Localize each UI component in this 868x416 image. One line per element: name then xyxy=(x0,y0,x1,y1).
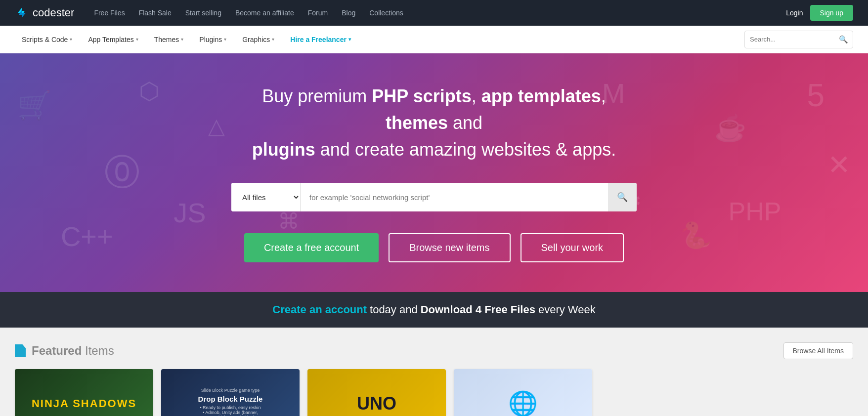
nav-forum[interactable]: Forum xyxy=(308,9,328,17)
items-grid: NINJA SHADOWS Slide Block Puzzle game ty… xyxy=(15,369,853,416)
featured-bold: Featured xyxy=(32,344,82,357)
bg-icon-html5: 5 xyxy=(807,77,825,114)
puzzle-ad: • Admob, Unity ads (banner, xyxy=(203,410,258,415)
featured-label: Featured Items xyxy=(32,344,114,358)
nav-themes[interactable]: Themes ▾ xyxy=(147,26,191,53)
hero-action-buttons: Create a free account Browse new items S… xyxy=(244,233,624,262)
featured-section: Featured Items Browse All Items NINJA SH… xyxy=(0,328,868,416)
plugins-chevron: ▾ xyxy=(224,37,226,42)
nav-flash-sale[interactable]: Flash Sale xyxy=(139,9,172,17)
bg-icon-php: PHP xyxy=(728,197,781,226)
bg-icon-unity: △ xyxy=(208,113,225,138)
browse-items-button[interactable]: Browse new items xyxy=(389,233,510,262)
item-card-globe[interactable]: 🌐 xyxy=(454,369,592,416)
sell-work-button[interactable]: Sell your work xyxy=(521,233,624,262)
featured-light: Items xyxy=(85,344,114,357)
bg-icon-cpp: C++ xyxy=(61,220,113,252)
hero-bold-php: PHP scripts xyxy=(372,86,471,106)
account-banner-text1: today and xyxy=(370,303,418,316)
login-button[interactable]: Login xyxy=(786,9,803,17)
account-banner-text2: every Week xyxy=(538,303,596,316)
item-img-uno: UNO xyxy=(307,369,446,416)
graphics-label: Graphics xyxy=(242,36,270,43)
logo-text: codester xyxy=(33,6,74,19)
puzzle-desc: • Ready to publish, easy reskin xyxy=(200,405,260,410)
create-account-button[interactable]: Create a free account xyxy=(244,233,379,262)
logo-icon xyxy=(15,6,29,20)
bg-icon-java: ☕ xyxy=(714,113,746,143)
hero-search-bar: All files 🔍 xyxy=(231,183,637,211)
hero-section: 🛒 ⓪ C++ ⬡ JS 5 ✕ ☕ PHP 🐍 ⚙ M △ ⌘ Buy pre… xyxy=(0,53,868,292)
hero-search-input[interactable] xyxy=(301,193,608,202)
hero-search-button[interactable]: 🔍 xyxy=(608,183,637,211)
secondary-navbar: Scripts & Code ▾ App Templates ▾ Themes … xyxy=(0,26,868,53)
freelancer-chevron: ▾ xyxy=(348,37,351,42)
item-card-uno[interactable]: UNO xyxy=(307,369,446,416)
item-card-ninja[interactable]: NINJA SHADOWS xyxy=(15,369,153,416)
header-search-button[interactable]: 🔍 xyxy=(834,35,853,44)
bg-icon-python: 🐍 xyxy=(680,220,712,250)
puzzle-title: Drop Block Puzzle xyxy=(198,395,263,403)
themes-label: Themes xyxy=(154,36,179,43)
featured-header: Featured Items Browse All Items xyxy=(15,342,853,359)
nav-free-files[interactable]: Free Files xyxy=(94,9,125,17)
plugins-label: Plugins xyxy=(199,36,222,43)
graphics-chevron: ▾ xyxy=(272,37,274,42)
logo[interactable]: codester xyxy=(15,6,74,20)
bg-icon-drupal: ⬡ xyxy=(139,77,160,105)
create-account-link[interactable]: Create an account xyxy=(272,303,367,316)
bg-icon-wp: ⓪ xyxy=(104,149,140,196)
item-img-globe: 🌐 xyxy=(454,369,592,416)
nav-blog[interactable]: Blog xyxy=(342,9,355,17)
browse-all-button[interactable]: Browse All Items xyxy=(783,342,853,359)
nav-plugins[interactable]: Plugins ▾ xyxy=(192,26,233,53)
scripts-code-label: Scripts & Code xyxy=(22,36,68,43)
bg-icon-1: 🛒 xyxy=(17,89,52,122)
item-img-ninja: NINJA SHADOWS xyxy=(15,369,153,416)
nav-graphics[interactable]: Graphics ▾ xyxy=(235,26,281,53)
app-templates-label: App Templates xyxy=(88,36,133,43)
themes-chevron: ▾ xyxy=(181,37,183,42)
nav-collections[interactable]: Collections xyxy=(369,9,403,17)
hero-bold-plugins: plugins xyxy=(252,139,315,160)
item-img-puzzle: Slide Block Puzzle game type Drop Block … xyxy=(161,369,300,416)
account-banner-download: Download 4 Free Files xyxy=(421,303,535,316)
puzzle-type-label: Slide Block Puzzle game type xyxy=(201,388,260,393)
header-search-box: 🔍 xyxy=(744,31,853,48)
scripts-code-chevron: ▾ xyxy=(70,37,72,42)
top-navbar: codester Free Files Flash Sale Start sel… xyxy=(0,0,868,26)
bg-icon-apple: ⌘ xyxy=(278,208,300,234)
header-search-input[interactable] xyxy=(745,36,834,43)
featured-title: Featured Items xyxy=(15,344,114,358)
signup-button[interactable]: Sign up xyxy=(810,5,853,21)
bg-icon-x: ✕ xyxy=(827,149,851,181)
top-nav-right: Login Sign up xyxy=(786,5,853,21)
app-templates-chevron: ▾ xyxy=(136,37,138,42)
bg-icon-js: JS xyxy=(174,197,206,229)
freelancer-label: Hire a Freelancer xyxy=(290,36,347,43)
nav-start-selling[interactable]: Start selling xyxy=(185,9,221,17)
hero-title: Buy premium PHP scripts, app templates, … xyxy=(231,83,637,163)
nav-app-templates[interactable]: App Templates ▾ xyxy=(81,26,145,53)
nav-hire-freelancer[interactable]: Hire a Freelancer ▾ xyxy=(283,26,358,53)
sec-nav-links: Scripts & Code ▾ App Templates ▾ Themes … xyxy=(15,26,744,53)
featured-title-icon xyxy=(15,344,26,357)
top-nav-links: Free Files Flash Sale Start selling Beco… xyxy=(94,9,786,17)
hero-search-select[interactable]: All files xyxy=(231,183,301,211)
hero-bold-themes: themes xyxy=(386,113,448,133)
item-card-puzzle[interactable]: Slide Block Puzzle game type Drop Block … xyxy=(161,369,300,416)
account-banner: Create an account today and Download 4 F… xyxy=(0,292,868,328)
nav-affiliate[interactable]: Become an affiliate xyxy=(235,9,294,17)
nav-scripts-code[interactable]: Scripts & Code ▾ xyxy=(15,26,79,53)
hero-bold-app: app templates xyxy=(481,86,601,106)
